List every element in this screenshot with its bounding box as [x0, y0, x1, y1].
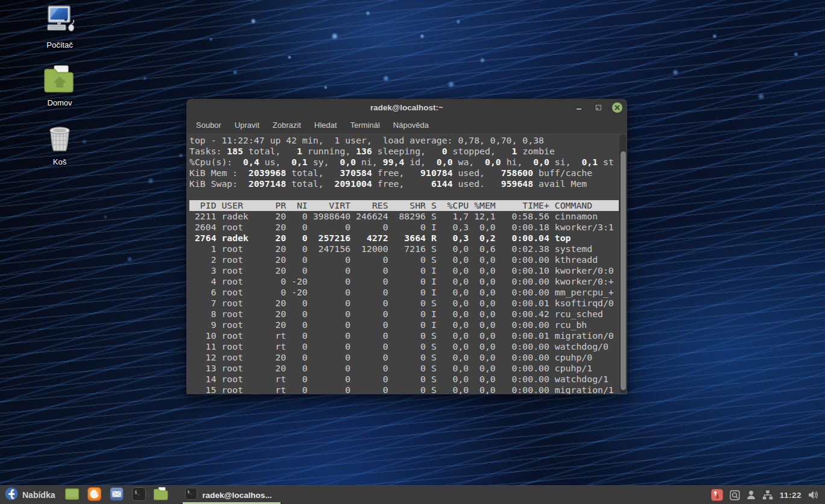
folder-icon [154, 487, 168, 503]
svg-text:$_: $_ [188, 490, 192, 494]
top-summary-line: %Cpu(s): 0,4 us, 0,1 sy, 0,0 ni, 99,4 id… [189, 157, 619, 168]
mail-launcher[interactable] [109, 488, 124, 502]
close-button[interactable] [612, 102, 622, 113]
desktop-icon-computer[interactable]: Počítač [33, 5, 86, 49]
process-row: 13 root 20 0 0 0 0 S 0,0 0,0 0:00.00 cpu… [189, 363, 619, 374]
firefox-launcher[interactable] [87, 488, 101, 502]
window-titlebar[interactable]: radek@localhost:~ [186, 99, 627, 116]
network-tray-icon[interactable] [762, 490, 773, 500]
process-row: 7 root 20 0 0 0 0 S 0,0 0,0 0:00.01 ksof… [189, 298, 619, 309]
process-row: 8 root 20 0 0 0 0 I 0,0 0,0 0:00.42 rcu_… [189, 309, 619, 320]
process-row: 2604 root 20 0 0 0 0 I 0,3 0,0 0:00.18 k… [189, 222, 619, 233]
system-tray: 11:22 [711, 489, 821, 501]
terminal-scrollbar[interactable] [619, 134, 627, 393]
desktop-icon-trash[interactable]: Koš [33, 125, 86, 166]
process-row: 12 root 20 0 0 0 0 S 0,0 0,0 0:00.00 cpu… [189, 352, 619, 363]
process-row: 9 root 20 0 0 0 0 I 0,0 0,0 0:00.00 rcu_… [189, 320, 619, 330]
menubar-item[interactable]: Terminál [344, 118, 387, 133]
process-row: 15 root rt 0 0 0 0 S 0,0 0,0 0:00.00 mig… [189, 385, 619, 394]
terminal-window: radek@localhost:~ SouborUpravitZobrazitH… [186, 99, 627, 394]
desktop-icon-label: Počítač [33, 40, 86, 49]
files-launcher[interactable] [154, 488, 168, 502]
terminal-launcher[interactable]: $_ [131, 488, 146, 502]
mail-icon [110, 487, 124, 503]
window-menubar: SouborUpravitZobrazitHledatTerminálNápov… [186, 116, 627, 133]
maximize-button[interactable] [593, 102, 604, 113]
top-summary-line: KiB Mem : 2039968 total, 370584 free, 91… [189, 168, 619, 178]
disks-tray-icon[interactable] [730, 490, 740, 500]
fedora-logo-icon [5, 487, 18, 503]
desktop-icon-label: Domov [33, 98, 86, 107]
firefox-icon [87, 487, 101, 503]
menu-label: Nabídka [22, 490, 55, 500]
volume-tray-icon[interactable] [808, 490, 819, 500]
window-list: $_ radek@localhos... [182, 486, 282, 504]
process-row: 3 root 20 0 0 0 0 I 0,0 0,0 0:00.10 kwor… [189, 265, 619, 276]
desktop-icon-label: Koš [33, 157, 86, 166]
show-desktop-button[interactable] [65, 488, 79, 502]
process-row: 14 root rt 0 0 0 0 S 0,0 0,0 0:00.00 wat… [189, 374, 619, 385]
process-row: 10 root rt 0 0 0 0 S 0,0 0,0 0:00.01 mig… [189, 330, 619, 341]
top-output: top - 11:22:47 up 42 min, 1 user, load a… [186, 133, 619, 394]
task-button-terminal[interactable]: $_ radek@localhos... [182, 486, 282, 504]
menubar-item[interactable]: Zobrazit [266, 118, 308, 133]
desktop-icon-home[interactable]: Domov [33, 65, 86, 107]
terminal-icon: $_ [132, 487, 146, 503]
computer-icon [43, 28, 76, 38]
process-row: 11 root rt 0 0 0 0 S 0,0 0,0 0:00.00 wat… [189, 341, 619, 352]
scrollbar-thumb[interactable] [621, 151, 626, 390]
process-row: 1 root 20 0 247156 12000 7216 S 0,0 0,6 … [189, 244, 619, 254]
trash-icon [46, 145, 74, 155]
process-row: 4 root 0 -20 0 0 0 I 0,0 0,0 0:00.00 kwo… [189, 276, 619, 287]
menubar-item[interactable]: Upravit [228, 118, 266, 133]
menubar-item[interactable]: Nápověda [387, 118, 435, 133]
top-summary-line: KiB Swap: 2097148 total, 2091004 free, 6… [189, 178, 619, 189]
process-row: 2764 radek 20 0 257216 4272 3664 R 0,3 0… [189, 233, 619, 244]
show-desktop-icon [65, 488, 79, 502]
terminal-icon: $_ [185, 488, 197, 502]
process-row: 2 root 20 0 0 0 0 S 0,0 0,0 0:00.00 kthr… [189, 254, 619, 265]
taskbar-panel: Nabídka [0, 485, 825, 504]
menubar-item[interactable]: Soubor [189, 118, 228, 133]
window-title: radek@localhost:~ [370, 103, 443, 112]
updates-tray-icon[interactable] [711, 489, 723, 501]
task-button-label: radek@localhos... [202, 491, 271, 500]
svg-text:$_: $_ [134, 489, 141, 494]
process-row: 6 root 0 -20 0 0 0 I 0,0 0,0 0:00.00 mm_… [189, 287, 619, 298]
process-row: 2211 radek 20 0 3988640 246624 88296 S 1… [189, 211, 619, 222]
top-summary-line: Tasks: 185 total, 1 running, 136 sleepin… [189, 146, 619, 157]
terminal-screen[interactable]: top - 11:22:47 up 42 min, 1 user, load a… [186, 133, 627, 394]
blank-line [189, 189, 619, 200]
clock[interactable]: 11:22 [780, 491, 801, 500]
menubar-item[interactable]: Hledat [308, 118, 344, 133]
top-summary-line: top - 11:22:47 up 42 min, 1 user, load a… [189, 135, 619, 146]
minimize-button[interactable] [574, 102, 584, 113]
home-folder-icon [44, 86, 75, 96]
process-table-header: PID USER PR NI VIRT RES SHR S %CPU %MEM … [189, 200, 619, 211]
menu-button[interactable]: Nabídka [4, 486, 60, 504]
user-tray-icon[interactable] [747, 490, 756, 500]
